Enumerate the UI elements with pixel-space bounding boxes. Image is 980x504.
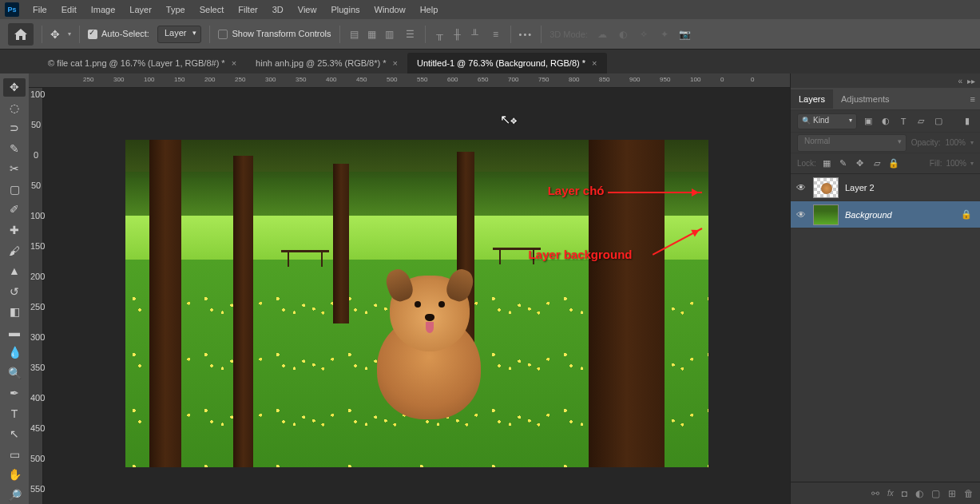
tab-layers[interactable]: Layers	[791, 89, 833, 109]
shape-tool[interactable]: ▭	[3, 446, 26, 464]
gradient-tool[interactable]: ▬	[3, 323, 26, 341]
eyedropper-tool[interactable]: ✐	[3, 200, 26, 219]
layer-name[interactable]: Background	[845, 210, 954, 220]
close-icon[interactable]: ×	[232, 58, 236, 68]
document-canvas[interactable]: Layer chó Layer background	[125, 140, 708, 467]
eraser-tool[interactable]: ◧	[3, 303, 26, 321]
frame-tool[interactable]: ▢	[3, 181, 26, 199]
adjustment-layer-icon[interactable]: ◐	[915, 488, 923, 499]
crop-tool[interactable]: ✂	[3, 160, 26, 178]
menu-3d[interactable]: 3D	[265, 2, 291, 18]
dog-layer	[369, 272, 489, 439]
new-layer-icon[interactable]: ⊞	[948, 488, 956, 499]
menu-file[interactable]: File	[26, 2, 54, 18]
distribute-icon[interactable]: ☰	[404, 28, 417, 41]
link-layers-icon[interactable]: ⚯	[871, 488, 879, 499]
align-hcenter-icon[interactable]: ▦	[366, 28, 379, 41]
3d-roll-icon[interactable]: ◐	[617, 28, 629, 41]
ruler-vertical: 10050050100150200250300350400450500550	[29, 88, 43, 504]
visibility-icon[interactable]: 👁	[796, 182, 807, 193]
collapse-icon[interactable]: «	[958, 77, 962, 85]
layer-thumbnail[interactable]	[813, 177, 839, 198]
home-button[interactable]	[8, 23, 34, 46]
visibility-icon[interactable]: 👁	[796, 209, 807, 220]
align-vcenter-icon[interactable]: ╫	[451, 28, 464, 41]
panel-collapse-bar[interactable]: «▸▸	[791, 73, 980, 88]
filter-shape-icon[interactable]: ▱	[915, 115, 927, 128]
layer-row[interactable]: 👁 Background 🔒	[791, 201, 980, 228]
brush-tool[interactable]: 🖌	[3, 241, 26, 260]
fx-icon[interactable]: fx	[887, 489, 894, 498]
menu-filter[interactable]: Filter	[231, 2, 264, 18]
menu-bar: Ps File Edit Image Layer Type Select Fil…	[0, 0, 980, 19]
canvas-area[interactable]: 2503001001502002503003504004505005506006…	[29, 73, 790, 504]
menu-plugins[interactable]: Plugins	[323, 2, 367, 18]
filter-toggle-icon[interactable]: ▮	[961, 115, 974, 128]
close-icon[interactable]: ×	[592, 58, 597, 68]
menu-window[interactable]: Window	[367, 2, 413, 18]
menu-select[interactable]: Select	[192, 2, 232, 18]
doc-tab-1[interactable]: © file cat 1.png @ 16.7% (Layer 1, RGB/8…	[38, 53, 246, 73]
hand-tool[interactable]: ✋	[3, 466, 26, 484]
align-left-icon[interactable]: ▤	[348, 28, 361, 41]
menu-type[interactable]: Type	[159, 2, 192, 18]
filter-type-icon[interactable]: T	[897, 115, 910, 128]
stamp-tool[interactable]: ▲	[3, 262, 26, 280]
menu-help[interactable]: Help	[413, 2, 446, 18]
blend-mode-dropdown[interactable]: Normal	[797, 134, 907, 152]
align-top-icon[interactable]: ╥	[434, 28, 446, 41]
more-options-icon[interactable]: •••	[519, 30, 534, 39]
menu-edit[interactable]: Edit	[54, 2, 84, 18]
move-tool[interactable]: ✥	[3, 78, 26, 97]
marquee-tool[interactable]: ◌	[3, 99, 26, 117]
mask-icon[interactable]: ◘	[902, 488, 907, 499]
filter-adjust-icon[interactable]: ◐	[879, 115, 892, 128]
3d-pan-icon[interactable]: ✧	[637, 28, 650, 41]
type-tool[interactable]: T	[3, 405, 26, 423]
heal-tool[interactable]: ✚	[3, 221, 26, 240]
menu-layer[interactable]: Layer	[122, 2, 159, 18]
menu-image[interactable]: Image	[84, 2, 123, 18]
opacity-value[interactable]: 100%	[945, 138, 966, 147]
quick-select-tool[interactable]: ✎	[3, 140, 26, 158]
zoom-tool[interactable]: 🔎	[3, 486, 26, 504]
filter-pixel-icon[interactable]: ▣	[862, 115, 875, 128]
layer-row[interactable]: 👁 Layer 2	[791, 174, 980, 201]
layer-name[interactable]: Layer 2	[845, 183, 975, 192]
lock-all-icon[interactable]: 🔒	[887, 157, 900, 170]
lasso-tool[interactable]: ⊃	[3, 119, 26, 137]
path-select-tool[interactable]: ↖	[3, 425, 26, 443]
layer-thumbnail[interactable]	[813, 204, 839, 225]
layer-filter-kind-dropdown[interactable]: Kind	[797, 113, 857, 129]
delete-layer-icon[interactable]: 🗑	[964, 488, 974, 499]
lock-pos-icon[interactable]: ✥	[854, 157, 867, 170]
close-icon[interactable]: ×	[393, 58, 398, 68]
close-panel-icon[interactable]: ▸▸	[967, 77, 975, 85]
history-brush-tool[interactable]: ↺	[3, 282, 26, 300]
3d-cam-icon[interactable]: 📷	[679, 28, 692, 41]
distribute-v-icon[interactable]: ≡	[490, 28, 502, 41]
lock-trans-icon[interactable]: ▦	[820, 157, 833, 170]
lock-artboard-icon[interactable]: ▱	[871, 157, 883, 170]
dodge-tool[interactable]: 🔍	[3, 363, 26, 382]
tab-adjustments[interactable]: Adjustments	[833, 89, 898, 109]
lock-paint-icon[interactable]: ✎	[837, 157, 850, 170]
auto-select-target-dropdown[interactable]: Layer	[157, 26, 202, 43]
fill-value[interactable]: 100%	[946, 159, 966, 168]
align-right-icon[interactable]: ▥	[383, 28, 396, 41]
panel-menu-icon[interactable]: ≡	[970, 94, 975, 104]
filter-smart-icon[interactable]: ▢	[932, 115, 945, 128]
3d-orbit-icon[interactable]: ☁	[596, 28, 609, 41]
show-transform-checkbox[interactable]	[218, 30, 228, 39]
lock-icon: 🔒	[961, 209, 972, 220]
move-tool-icon: ✥	[50, 28, 60, 41]
doc-tab-3[interactable]: Untitled-1 @ 76.3% (Background, RGB/8) *…	[407, 53, 607, 73]
group-icon[interactable]: ▢	[931, 488, 940, 499]
align-bottom-icon[interactable]: ╨	[469, 28, 482, 41]
blur-tool[interactable]: 💧	[3, 343, 26, 362]
menu-view[interactable]: View	[291, 2, 324, 18]
auto-select-checkbox[interactable]	[88, 30, 97, 39]
doc-tab-2[interactable]: hinh anh.jpg @ 25.3% (RGB/8*) *×	[246, 53, 407, 73]
pen-tool[interactable]: ✒	[3, 384, 26, 403]
3d-slide-icon[interactable]: ✦	[658, 28, 671, 41]
